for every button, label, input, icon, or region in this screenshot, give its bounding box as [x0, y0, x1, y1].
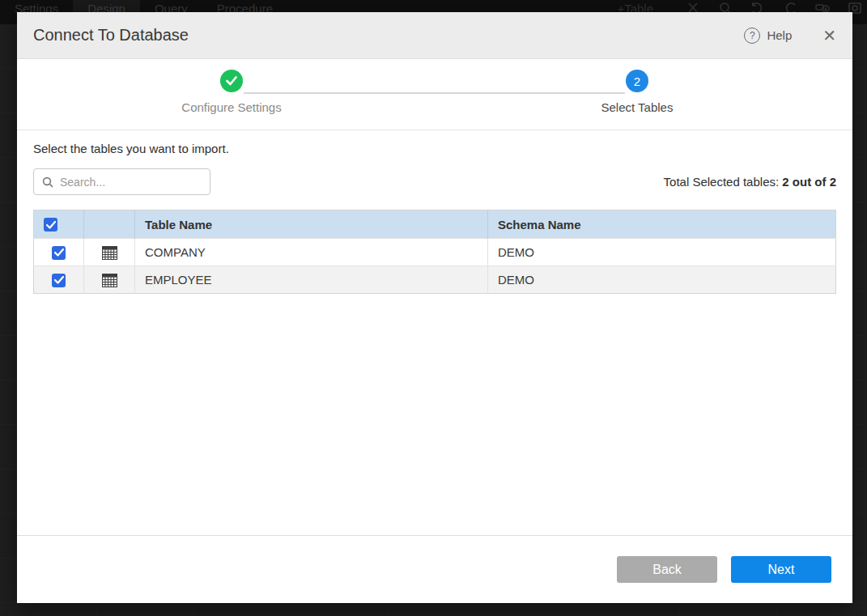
help-label: Help: [767, 28, 792, 42]
search-icon: [42, 176, 53, 188]
dialog-body: Select the tables you want to import. To…: [17, 130, 852, 294]
table-grid-icon: [102, 246, 117, 260]
step-select-tables[interactable]: 2 Select Tables: [556, 70, 718, 114]
instruction-text: Select the tables you want to import.: [33, 142, 836, 155]
table-grid-icon: [102, 274, 117, 287]
step-configure-settings[interactable]: Configure Settings: [151, 70, 312, 114]
tables-list: Table Name Schema Name COMPANY DEMO: [33, 210, 836, 294]
wizard-stepper: Configure Settings 2 Select Tables: [17, 59, 852, 130]
table-name-header: Table Name: [135, 210, 488, 239]
schema-name-cell: DEMO: [488, 239, 836, 266]
total-selected-count: 2 out of 2: [782, 175, 836, 189]
schema-name-cell: DEMO: [488, 266, 836, 294]
row-checkbox[interactable]: [52, 246, 66, 260]
dialog-header: Connect To Database ? Help ✕: [17, 12, 852, 59]
schema-name-header: Schema Name: [488, 210, 836, 239]
step-label: Configure Settings: [151, 100, 312, 114]
total-selected-text: Total Selected tables: 2 out of 2: [664, 175, 836, 189]
table-row[interactable]: EMPLOYEE DEMO: [34, 266, 836, 294]
select-all-header-cell: [34, 210, 84, 239]
select-all-checkbox[interactable]: [44, 218, 57, 232]
row-checkbox[interactable]: [52, 274, 66, 287]
help-button[interactable]: ? Help: [744, 28, 792, 44]
step-number-badge: 2: [626, 70, 648, 92]
next-button[interactable]: Next: [731, 556, 831, 583]
back-button[interactable]: Back: [617, 556, 717, 583]
help-icon: ?: [744, 28, 760, 44]
close-icon[interactable]: ✕: [822, 28, 836, 44]
table-toolbar: Total Selected tables: 2 out of 2: [33, 168, 836, 195]
table-name-cell: EMPLOYEE: [135, 266, 488, 294]
icon-header-cell: [84, 210, 135, 239]
table-body: COMPANY DEMO EMPLOYEE DEMO: [34, 239, 836, 294]
connect-to-database-dialog: Connect To Database ? Help ✕ Configure S…: [17, 12, 852, 603]
table-row[interactable]: COMPANY DEMO: [34, 239, 836, 266]
table-name-cell: COMPANY: [135, 239, 488, 266]
search-box[interactable]: [33, 168, 210, 195]
table-header-row: Table Name Schema Name: [34, 210, 836, 239]
step-label: Select Tables: [556, 100, 718, 114]
search-input[interactable]: [60, 176, 202, 189]
step-complete-icon: [220, 70, 243, 92]
dialog-title: Connect To Database: [33, 26, 189, 45]
dialog-footer: Back Next: [17, 535, 852, 603]
